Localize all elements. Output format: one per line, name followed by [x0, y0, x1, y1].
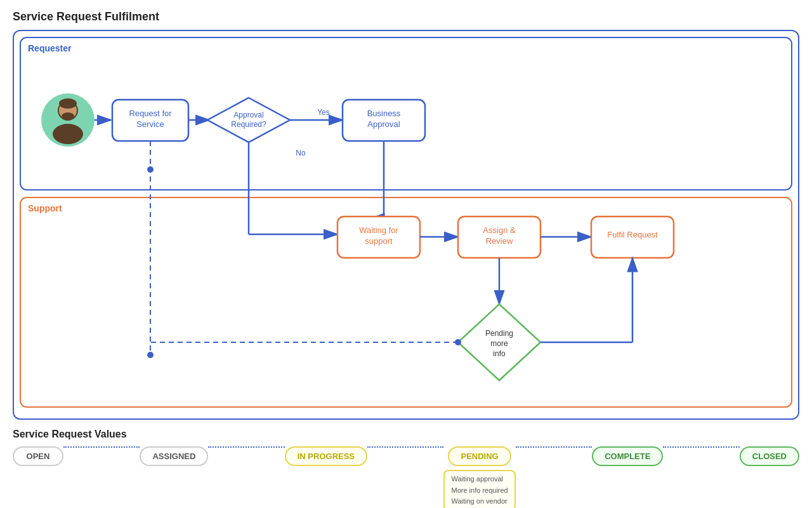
request-for-service-node: Request for [129, 109, 172, 118]
svg-text:more: more [490, 339, 508, 348]
svg-text:Review: Review [486, 236, 513, 246]
pending-sub-line-3: Waiting on vendor [451, 496, 508, 507]
business-approval-node: Business [367, 109, 401, 118]
requester-label: Requester [28, 43, 72, 53]
pending-sub-box: Waiting approval More info required Wait… [443, 470, 515, 508]
svg-point-4 [53, 124, 83, 144]
svg-point-37 [455, 339, 461, 345]
svg-text:Pending: Pending [485, 329, 513, 338]
support-label: Support [28, 203, 62, 213]
value-badge-assigned: ASSIGNED [140, 446, 208, 466]
page-title: Service Request Fulfilment [13, 10, 799, 23]
svg-point-19 [147, 352, 154, 358]
values-row: OPEN ASSIGNED IN PROGRESS PENDING Waitin… [13, 446, 799, 508]
values-title: Service Request Values [13, 429, 799, 440]
no-label: No [296, 149, 306, 157]
svg-point-7 [59, 98, 77, 109]
connector-4 [516, 446, 592, 448]
svg-text:Approval: Approval [367, 119, 400, 129]
fulfil-request-node: Fulfil Request [607, 230, 658, 239]
svg-text:Required?: Required? [231, 120, 266, 129]
pending-wrapper: PENDING Waiting approval More info requi… [443, 446, 515, 508]
svg-text:support: support [365, 236, 393, 246]
connector-5 [663, 446, 739, 448]
value-badge-open: OPEN [13, 446, 63, 466]
svg-text:info: info [493, 349, 506, 358]
pending-sub-line-2: More info required [451, 485, 508, 497]
value-badge-complete: COMPLETE [592, 446, 663, 466]
diagram-container: Requester Support Request for Service Ap… [13, 30, 799, 420]
svg-point-6 [62, 112, 74, 120]
assign-review-node: Assign & [483, 225, 516, 235]
value-badge-in-progress: IN PROGRESS [285, 446, 367, 466]
waiting-for-support-node: Waiting for [359, 225, 398, 235]
connector-3 [367, 446, 443, 448]
value-badge-closed: CLOSED [740, 446, 799, 466]
connector-2 [208, 446, 284, 448]
yes-label: Yes [317, 108, 330, 117]
svg-point-18 [147, 166, 154, 173]
diagram-svg: Requester Support Request for Service Ap… [14, 31, 798, 418]
svg-text:Approval: Approval [233, 110, 263, 119]
svg-text:Service: Service [136, 119, 164, 129]
connector-1 [63, 446, 140, 448]
pending-sub-line-1: Waiting approval [451, 474, 508, 485]
value-badge-pending: PENDING [448, 446, 511, 466]
values-section: Service Request Values OPEN ASSIGNED IN … [13, 429, 799, 508]
